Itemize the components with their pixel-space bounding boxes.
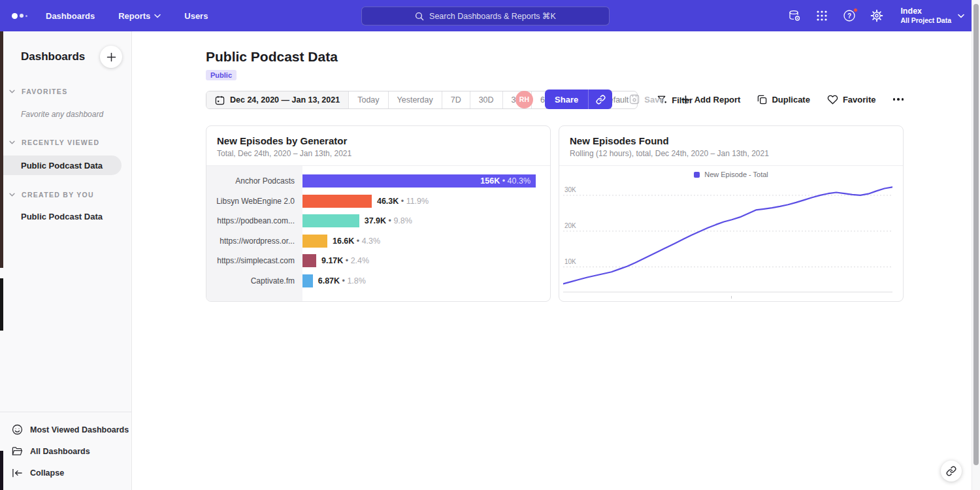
plus-icon xyxy=(106,52,116,62)
section-created-by-you-label: CREATED BY YOU xyxy=(22,191,94,199)
bar-category-label: https://podbean.com... xyxy=(206,216,302,225)
nav-dashboards[interactable]: Dashboards xyxy=(46,11,95,21)
bar-row[interactable]: https://simplecast.com9.17K • 2.4% xyxy=(206,251,550,271)
bar-track: 46.3K • 11.9% xyxy=(302,195,550,208)
preset-today[interactable]: Today xyxy=(348,91,387,108)
x-tick-label: JAN 13 xyxy=(871,300,894,302)
bar-row[interactable]: Captivate.fm6.87K • 1.8% xyxy=(206,271,550,291)
chevron-down-icon xyxy=(9,90,15,93)
bar-track: 37.9K • 9.8% xyxy=(302,214,550,227)
preset-30d[interactable]: 30D xyxy=(470,91,502,108)
save-icon xyxy=(629,94,640,105)
collapse-label: Collapse xyxy=(30,468,64,478)
add-report-label: Add Report xyxy=(694,95,741,105)
bar-value-label: 16.6K • 4.3% xyxy=(333,237,380,246)
bar[interactable] xyxy=(302,195,372,208)
add-report-button[interactable]: Add Report xyxy=(681,95,741,105)
bar-value-label: 46.3K • 11.9% xyxy=(377,197,429,206)
save-button[interactable]: Save xyxy=(629,94,664,105)
x-tick-label: DEC 24 xyxy=(568,300,592,302)
chevron-down-icon xyxy=(9,193,15,197)
preset-7d[interactable]: 7D xyxy=(442,91,470,108)
notification-dot xyxy=(853,8,858,12)
sidebar-item-public-podcast-data-created[interactable]: Public Podcast Data xyxy=(0,212,131,221)
avatar[interactable]: RH xyxy=(515,91,533,108)
link-icon xyxy=(946,466,956,476)
section-favorites[interactable]: FAVORITES xyxy=(0,88,131,95)
bar-value-label: 37.9K • 9.8% xyxy=(365,216,412,225)
nav-reports[interactable]: Reports xyxy=(118,11,161,21)
bar-row[interactable]: Libsyn WebEngine 2.046.3K • 11.9% xyxy=(206,191,550,212)
chevron-down-icon xyxy=(958,14,964,18)
section-created-by-you[interactable]: CREATED BY YOU xyxy=(0,191,131,199)
screen-edge-artifact xyxy=(0,451,3,490)
collapse-left-icon xyxy=(12,468,23,478)
data-line[interactable] xyxy=(563,187,892,284)
calendar-icon xyxy=(215,95,225,105)
save-label: Save xyxy=(644,95,664,105)
sidebar-title: Dashboards xyxy=(21,50,85,63)
folder-icon xyxy=(12,446,23,456)
screen-edge-artifact xyxy=(0,31,3,268)
settings-gear-icon[interactable] xyxy=(870,9,883,22)
date-range-picker[interactable]: Dec 24, 2020 — Jan 13, 2021 xyxy=(206,91,348,108)
x-axis-tick xyxy=(731,296,732,299)
bar[interactable] xyxy=(302,235,327,248)
bar[interactable] xyxy=(302,274,313,287)
bar-row[interactable]: https://wordpress.or...16.6K • 4.3% xyxy=(206,231,550,252)
date-range-label: Dec 24, 2020 — Jan 13, 2021 xyxy=(230,95,340,105)
bar-row[interactable]: Anchor Podcasts156K • 40.3% xyxy=(206,171,550,191)
project-switcher[interactable]: Index All Project Data xyxy=(900,7,964,25)
card-new-episodes-by-generator: New Episodes by Generator Total, Dec 24t… xyxy=(206,125,551,302)
most-viewed-label: Most Viewed Dashboards xyxy=(30,425,129,434)
share-label: Share xyxy=(545,90,588,109)
line-chart-svg: 10K20K30K xyxy=(563,181,892,293)
all-dashboards-label: All Dashboards xyxy=(30,447,90,456)
data-management-icon[interactable] xyxy=(788,9,801,22)
add-dashboard-button[interactable] xyxy=(100,46,122,68)
bar-value-label: 6.87K • 1.8% xyxy=(318,276,366,286)
nav-right-cluster: ? Index All Project Data xyxy=(788,0,964,31)
y-tick-label: 20K xyxy=(564,222,576,229)
apps-grid-icon[interactable] xyxy=(815,9,828,22)
sidebar-footer: Most Viewed Dashboards All Dashboards Co… xyxy=(0,412,131,490)
screen-edge-artifact xyxy=(0,278,3,331)
bar-track: 6.87K • 1.8% xyxy=(302,274,550,287)
bar[interactable]: 156K • 40.3% xyxy=(302,174,536,188)
global-search-input[interactable]: Search Dashboards & Reports ⌘K xyxy=(361,7,610,25)
share-button[interactable]: Share xyxy=(545,90,612,109)
scrollbar-thumb[interactable] xyxy=(973,4,979,465)
mixpanel-logo-icon[interactable] xyxy=(12,13,27,19)
svg-text:?: ? xyxy=(847,12,851,20)
nav-reports-label: Reports xyxy=(118,11,150,21)
sidebar-item-label: Public Podcast Data xyxy=(21,212,103,221)
line-chart: 10K20K30K xyxy=(559,181,903,296)
bar[interactable] xyxy=(302,254,316,267)
all-dashboards-button[interactable]: All Dashboards xyxy=(0,440,131,462)
most-viewed-dashboards-button[interactable]: Most Viewed Dashboards xyxy=(0,419,131,440)
help-icon[interactable]: ? xyxy=(843,9,856,22)
legend-swatch xyxy=(694,172,700,178)
chevron-down-icon xyxy=(154,14,161,18)
search-placeholder: Search Dashboards & Reports ⌘K xyxy=(429,11,556,21)
nav-users[interactable]: Users xyxy=(184,11,208,21)
copy-link-button[interactable] xyxy=(589,90,612,109)
bar-track: 9.17K • 2.4% xyxy=(302,254,550,267)
collapse-sidebar-button[interactable]: Collapse xyxy=(0,462,131,483)
section-recently-viewed[interactable]: RECENTLY VIEWED xyxy=(0,139,131,146)
top-nav: Dashboards Reports Users Search Dashboar… xyxy=(0,0,980,31)
favorite-button[interactable]: Favorite xyxy=(827,95,876,105)
bar-row[interactable]: https://podbean.com...37.9K • 9.8% xyxy=(206,211,550,231)
bar-category-label: Anchor Podcasts xyxy=(206,176,302,186)
link-icon xyxy=(596,95,606,105)
legend-label: New Episode - Total xyxy=(704,171,768,178)
sidebar-item-public-podcast-data-recent[interactable]: Public Podcast Data xyxy=(0,155,122,175)
preset-yesterday[interactable]: Yesterday xyxy=(388,91,442,108)
chart-legend[interactable]: New Episode - Total xyxy=(559,166,903,181)
duplicate-button[interactable]: Duplicate xyxy=(757,95,810,105)
bar-category-label: Libsyn WebEngine 2.0 xyxy=(206,197,302,206)
floating-link-button[interactable] xyxy=(941,461,962,482)
bar[interactable] xyxy=(302,214,359,227)
main-content: Public Podcast Data Public RH Share Save… xyxy=(132,31,980,490)
more-options-button[interactable] xyxy=(893,98,904,101)
